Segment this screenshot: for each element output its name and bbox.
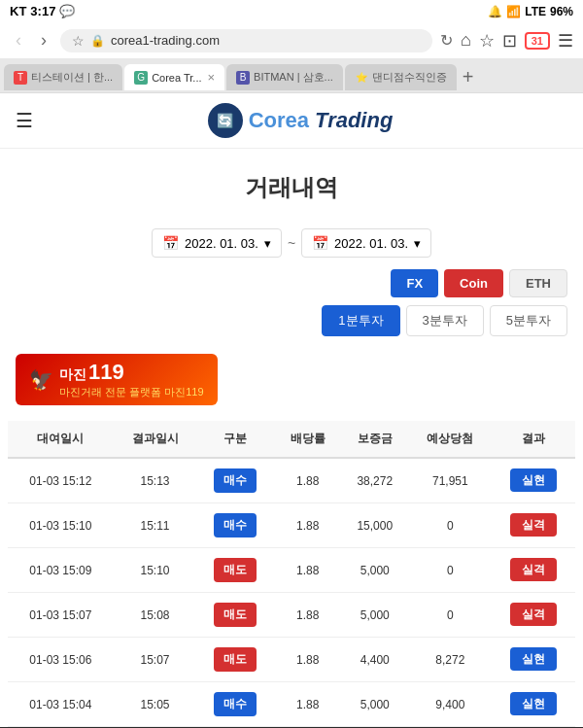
table-row: 01-03 15:09 15:10 매도 1.88 5,000 0 실격 <box>8 548 575 593</box>
browser-chrome: ‹ › ☆ 🔒 corea1-trading.com ↻ ⌂ ☆ ⊡ 31 ☰ … <box>0 22 583 93</box>
cell-date-in: 01-03 15:12 <box>8 458 114 503</box>
cell-result: 실격 <box>492 593 575 638</box>
date-from-value: 2022. 01. 03. <box>185 236 258 251</box>
url-text: corea1-trading.com <box>111 33 220 48</box>
banner-ad[interactable]: 🦅 마진 119 마진거래 전문 플랫폼 마진119 <box>16 354 218 405</box>
table-row: 01-03 15:07 15:08 매도 1.88 5,000 0 실격 <box>8 593 575 638</box>
cell-type: 매수 <box>196 682 274 727</box>
calendar-to-icon: 📅 <box>312 235 328 251</box>
banner-main-text: 마진 <box>59 366 86 384</box>
star-icon: ☆ <box>72 33 85 49</box>
trade-table-section: 대여일시 결과일시 구분 배당률 보증금 예상당첨 결과 01-03 15:12… <box>0 421 583 727</box>
col-deposit: 보증금 <box>341 421 409 458</box>
cell-result: 실현 <box>492 682 575 727</box>
cell-date-out: 15:05 <box>114 682 197 727</box>
table-row: 01-03 15:12 15:13 매수 1.88 38,272 71,951 … <box>8 458 575 503</box>
page-content: ☰ 🔄 Corea Trading 거래내역 📅 2022. 01. 03. ▾… <box>0 93 583 728</box>
address-bar[interactable]: ☆ 🔒 corea1-trading.com <box>60 29 432 52</box>
cell-type: 매수 <box>196 503 274 548</box>
home-button[interactable]: ⌂ <box>461 30 471 51</box>
cell-type: 매도 <box>196 548 274 593</box>
cell-rate: 1.88 <box>274 503 341 548</box>
table-row: 01-03 15:10 15:11 매수 1.88 15,000 0 실격 <box>8 503 575 548</box>
cell-rate: 1.88 <box>274 458 341 503</box>
col-date-in: 대여일시 <box>8 421 114 458</box>
controls-section: 📅 2022. 01. 03. ▾ ~ 📅 2022. 01. 03. ▾ FX… <box>0 219 583 346</box>
hamburger-menu-icon[interactable]: ☰ <box>16 109 33 132</box>
logo-circle: 🔄 <box>208 103 243 138</box>
tab-close-icon[interactable]: × <box>208 70 216 85</box>
cell-date-in: 01-03 15:10 <box>8 503 114 548</box>
cell-date-in: 01-03 15:09 <box>8 548 114 593</box>
cell-date-out: 15:07 <box>114 638 197 682</box>
date-to-picker[interactable]: 📅 2022. 01. 03. ▾ <box>301 228 431 258</box>
time-1min-tab[interactable]: 1분투자 <box>322 305 399 336</box>
time-5min-tab[interactable]: 5분투자 <box>490 305 567 336</box>
tab-dandi[interactable]: ⭐ 댄디점수직인증 <box>345 64 457 90</box>
cell-deposit: 5,000 <box>341 548 409 593</box>
cell-rate: 1.88 <box>274 682 341 727</box>
tab-tistory[interactable]: T 티스테이션 | 한... <box>4 64 122 90</box>
cell-deposit: 5,000 <box>341 593 409 638</box>
col-rate: 배당률 <box>274 421 341 458</box>
page-title-section: 거래내역 <box>0 149 583 219</box>
site-header: ☰ 🔄 Corea Trading <box>0 93 583 149</box>
cell-date-in: 01-03 15:04 <box>8 682 114 727</box>
cell-result: 실현 <box>492 458 575 503</box>
table-row: 01-03 15:06 15:07 매도 1.88 4,400 8,272 실현 <box>8 638 575 682</box>
battery-label: 96% <box>550 5 573 18</box>
eagle-icon: 🦅 <box>29 368 53 392</box>
back-button[interactable]: ‹ <box>10 28 27 52</box>
tab-corea[interactable]: G Corea Tr... × <box>124 64 224 90</box>
col-expected: 예상당첨 <box>409 421 493 458</box>
cell-result: 실격 <box>492 548 575 593</box>
cell-date-out: 15:10 <box>114 548 197 593</box>
signal-icon: 📶 <box>506 5 521 18</box>
cell-type: 매도 <box>196 638 274 682</box>
cell-type: 매수 <box>196 458 274 503</box>
date-from-dropdown-icon[interactable]: ▾ <box>264 236 271 251</box>
cell-date-out: 15:08 <box>114 593 197 638</box>
message-icon: 💬 <box>59 4 75 18</box>
status-bar: KT 3:17 💬 🔔 📶 LTE 96% <box>0 0 583 22</box>
date-to-dropdown-icon[interactable]: ▾ <box>414 236 421 251</box>
tab-count-badge[interactable]: 31 <box>525 32 550 50</box>
banner-sub-text: 마진거래 전문 플랫폼 마진119 <box>59 385 204 399</box>
cell-expected: 71,951 <box>409 458 493 503</box>
filter-eth-tab[interactable]: ETH <box>509 269 567 297</box>
network-label: LTE <box>525 5 546 18</box>
carrier-label: KT <box>10 4 26 18</box>
cell-deposit: 4,400 <box>341 638 409 682</box>
banner-number: 119 <box>88 360 124 385</box>
cell-expected: 0 <box>409 593 493 638</box>
logo-text: Corea Trading <box>249 108 394 133</box>
cell-deposit: 15,000 <box>341 503 409 548</box>
cell-expected: 9,400 <box>409 682 493 727</box>
cell-type: 매도 <box>196 593 274 638</box>
refresh-button[interactable]: ↻ <box>440 31 453 50</box>
cell-result: 실현 <box>492 638 575 682</box>
cell-deposit: 5,000 <box>341 682 409 727</box>
cell-rate: 1.88 <box>274 638 341 682</box>
cell-expected: 0 <box>409 503 493 548</box>
forward-button[interactable]: › <box>35 28 52 52</box>
alarm-icon: 🔔 <box>488 5 502 18</box>
col-date-out: 결과일시 <box>114 421 197 458</box>
cell-date-out: 15:13 <box>114 458 197 503</box>
date-from-picker[interactable]: 📅 2022. 01. 03. ▾ <box>152 228 282 258</box>
time-3min-tab[interactable]: 3분투자 <box>406 305 484 336</box>
screenshot-button[interactable]: ⊡ <box>502 30 517 52</box>
table-row: 01-03 15:04 15:05 매수 1.88 5,000 9,400 실현 <box>8 682 575 727</box>
filter-fx-tab[interactable]: FX <box>391 269 438 297</box>
tab-bitman[interactable]: B BITMAN | 삼호... <box>226 64 343 90</box>
new-tab-button[interactable]: + <box>459 62 478 92</box>
menu-dots-button[interactable]: ☰ <box>558 30 573 52</box>
calendar-from-icon: 📅 <box>162 235 179 251</box>
bookmark-button[interactable]: ☆ <box>479 30 495 52</box>
cell-rate: 1.88 <box>274 548 341 593</box>
banner-area: 🦅 마진 119 마진거래 전문 플랫폼 마진119 <box>0 346 583 413</box>
col-type: 구분 <box>196 421 274 458</box>
cell-deposit: 38,272 <box>341 458 409 503</box>
trade-table: 대여일시 결과일시 구분 배당률 보증금 예상당첨 결과 01-03 15:12… <box>8 421 575 727</box>
filter-coin-tab[interactable]: Coin <box>444 269 503 297</box>
